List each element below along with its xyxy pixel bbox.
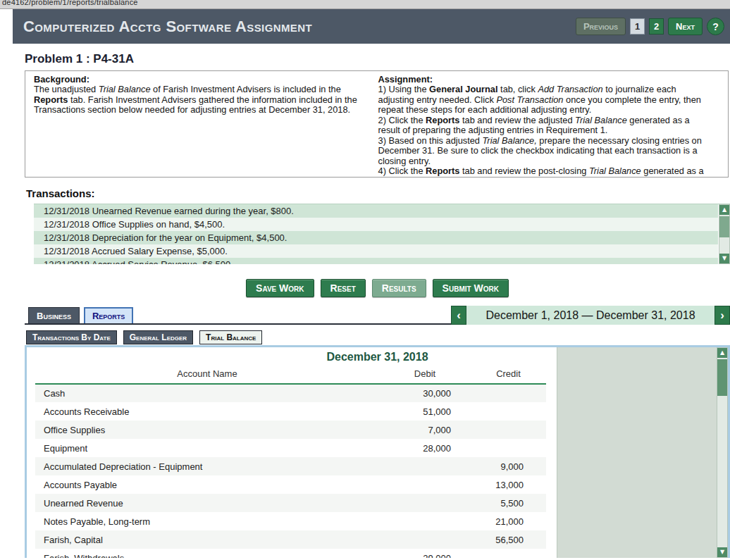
text-segment: General Journal [429,84,497,94]
text-segment: Trial Balance, [483,135,537,146]
report-scrollbar[interactable]: ▲ ▼ [717,347,728,558]
tabs-row: Business Reports ‹ December 1, 2018 — De… [25,306,730,325]
credit-cell: 56,500 [471,530,546,549]
main-tabs: Business Reports [25,307,451,325]
account-name-cell: Farish, Capital [35,530,379,549]
credit-cell [471,384,546,402]
debit-cell: 7,000 [379,421,471,439]
date-next-button[interactable]: › [714,306,730,325]
reset-button[interactable]: Reset [321,279,366,297]
scrollbar-thumb[interactable] [717,359,727,396]
credit-cell: 21,000 [471,512,546,530]
table-row: Farish, Capital 56,500 [35,530,546,549]
scroll-down-icon[interactable]: ▼ [717,547,727,557]
table-row: Notes Payable, Long-term 21,000 [35,512,546,530]
credit-cell [471,439,546,457]
assignment-step-1: 1) Using the General Journal tab, click … [378,85,704,115]
text-segment: Reports [426,166,459,176]
background-section: Background: The unadjusted Trial Balance… [25,71,370,177]
subtab-transactions-by-date[interactable]: Transactions By Date [26,330,117,344]
background-heading: Background: [34,75,361,85]
screen: de4162/problem/1/reports/trialbalance Co… [0,0,730,560]
scroll-up-icon[interactable]: ▲ [719,205,729,215]
debit-cell: 29,000 [379,549,471,558]
tab-reports[interactable]: Reports [84,307,133,323]
table-row: Office Supplies 7,000 [35,421,546,439]
column-header-account: Account Name [35,366,379,384]
text-segment: tab. Farish Investment Advisers gathered… [34,94,357,115]
browser-url: de4162/problem/1/reports/trialbalance [0,0,730,6]
subtab-general-ledger[interactable]: General Ledger [123,330,193,344]
transaction-row: 12/31/2018 Office Supplies on hand, $4,5… [34,218,718,231]
credit-cell [471,421,546,439]
text-segment: tab, click [498,84,538,94]
text-segment: 4) Click the [378,166,426,176]
assignment-step-2: 2) Click the Reports tab and review the … [378,116,704,136]
date-prev-button[interactable]: ‹ [451,306,466,325]
text-segment: of Farish Investment Advisers is include… [151,84,341,94]
help-button[interactable]: ? [707,18,724,35]
text-segment: 3) Based on this adjusted [378,135,483,146]
next-button[interactable]: Next [668,18,703,35]
scroll-down-icon[interactable]: ▼ [719,254,729,263]
transactions-scrollbar[interactable]: ▲ ▼ [719,204,730,264]
debit-cell [379,530,471,549]
trial-balance-report: ▲ ▼ December 31, 2018 Account Name Debit… [25,345,730,558]
table-row: Cash 30,000 [35,384,546,402]
table-row: Equipment 28,000 [35,439,546,457]
transactions-list: 12/31/2018 Unearned Revenue earned durin… [34,204,730,264]
assignment-heading: Assignment: [378,75,704,85]
scroll-up-icon[interactable]: ▲ [717,348,727,358]
text-segment: Trial Balance [99,84,151,94]
text-segment: The unadjusted [34,84,99,94]
transactions-heading: Transactions: [26,187,730,199]
date-nav: ‹ December 1, 2018 — December 31, 2018 › [451,306,730,325]
problem-title: Problem 1 : P4-31A [25,52,730,66]
text-segment: 1) Using the [378,84,430,94]
account-name-cell: Accounts Receivable [35,402,379,421]
text-segment: tab and review the post-closing [459,166,589,176]
subtab-trial-balance[interactable]: Trial Balance [199,330,262,344]
transaction-row: 12/31/2018 Accrued Salary Expense, $5,00… [34,244,718,258]
save-work-button[interactable]: Save Work [246,279,314,297]
debit-cell [379,494,471,512]
text-segment: Post Transaction [496,94,563,105]
assignment-step-3: 3) Based on this adjusted Trial Balance,… [378,136,704,166]
submit-work-button[interactable]: Submit Work [433,279,509,297]
tab-business[interactable]: Business [28,307,80,323]
assignment-section: Assignment: 1) Using the General Journal… [370,71,728,177]
table-row: Farish, Withdrawals 29,000 [35,549,546,558]
page-2-button[interactable]: 2 [649,18,664,35]
transactions-rows: 12/31/2018 Unearned Revenue earned durin… [34,204,718,264]
browser-url-strip: de4162/problem/1/reports/trialbalance [0,0,730,9]
report-side-area [557,347,717,558]
assignment-step-4: 4) Click the Reports tab and review the … [378,166,704,178]
account-name-cell: Farish, Withdrawals [35,549,379,558]
account-name-cell: Accumulated Depreciation - Equipment [35,457,379,475]
scrollbar-thumb[interactable] [719,216,729,237]
header-nav: Previous 1 2 Next ? [576,18,724,35]
text-segment: Reports [426,115,459,125]
app-title: Computerized Acctg Software Assignment [23,18,312,36]
credit-cell: 9,000 [471,457,546,475]
text-segment: Reports [34,94,68,105]
credit-cell: 13,000 [471,475,546,494]
background-text: The unadjusted Trial Balance of Farish I… [34,85,361,115]
debit-cell [379,457,471,475]
debit-cell: 30,000 [379,384,471,402]
account-name-cell: Accounts Payable [35,475,379,494]
results-button[interactable]: Results [372,279,426,297]
report-subtabs: Transactions By Date General Ledger Tria… [25,330,730,344]
credit-cell [471,402,546,421]
account-name-cell: Equipment [35,439,379,457]
account-name-cell: Office Supplies [35,421,379,439]
main-content: Problem 1 : P4-31A Background: The unadj… [13,44,730,558]
table-header-row: Account Name Debit Credit [35,366,546,384]
table-row: Accumulated Depreciation - Equipment 9,0… [35,457,546,475]
text-segment: 2) Click the [378,115,426,125]
account-name-cell: Unearned Revenue [35,494,379,512]
page-1-button[interactable]: 1 [630,18,645,35]
previous-button[interactable]: Previous [576,18,626,35]
date-range-label: December 1, 2018 — December 31, 2018 [466,306,714,325]
actions-row: Save Work Reset Results Submit Work [25,279,730,297]
